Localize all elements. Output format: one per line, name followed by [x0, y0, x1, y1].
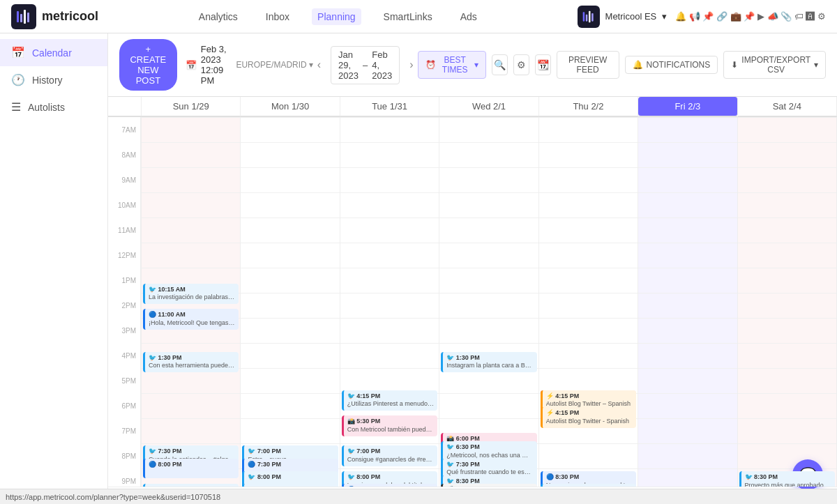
prev-week-button[interactable]: ‹ — [313, 57, 325, 72]
time-label: 5PM — [108, 368, 141, 393]
time-label: 10AM — [108, 192, 141, 217]
calendar-view-button[interactable]: 📆 — [535, 54, 551, 75]
sidebar-label-calendar: Calendar — [32, 47, 72, 59]
time-label: 9AM — [108, 167, 141, 192]
current-date: Feb 3, 2023 12:09 PM — [201, 44, 228, 86]
post-card[interactable]: 🔵 8:00 PM — [143, 459, 239, 478]
calendar-date-icon: 📅 — [186, 60, 197, 70]
date-display: 📅 Feb 3, 2023 12:09 PM — [186, 44, 228, 86]
day-header-wed: Wed 2/1 — [439, 97, 538, 116]
sidebar-item-autolists[interactable]: ☰ Autolists — [0, 93, 107, 121]
sidebar-label-history: History — [32, 75, 63, 86]
next-week-button[interactable]: › — [405, 57, 417, 72]
filter-button[interactable]: ⚙ — [513, 54, 529, 75]
nav-ads[interactable]: Ads — [455, 8, 483, 25]
history-icon: 🕐 — [11, 73, 25, 86]
post-card[interactable]: 🐦 1:30 PMInstagram la planta cara a BeRe… — [441, 352, 536, 372]
day-column-wed: 🐦 1:30 PMInstagram la planta cara a BeRe… — [439, 117, 538, 487]
sidebar-item-history[interactable]: 🕐 History — [0, 66, 107, 93]
day-column-mon: 🔵 7:00 PMEstra... nueva🐦 7:00 PMEstra...… — [241, 117, 340, 487]
svg-rect-4 — [582, 12, 585, 21]
account-chevron: ▾ — [662, 11, 667, 22]
timezone[interactable]: EUROPE/MADRID ▾ — [236, 60, 312, 70]
day-column-thu: 📸 4:00 PM¿Eres de música 🎶? Está claro e… — [539, 117, 638, 487]
post-card[interactable]: 🎵 9:00 PM¿Tienes una cuenta de TikTok co… — [441, 484, 536, 487]
main-content: + CREATE NEW POST 📅 Feb 3, 2023 12:09 PM… — [108, 33, 837, 504]
logo-icon — [11, 4, 36, 29]
toolbar-left: + CREATE NEW POST 📅 Feb 3, 2023 12:09 PM… — [119, 39, 313, 91]
post-card[interactable]: 🔵 11:00 AM¡Hola, Metricool! Que tengas m… — [143, 309, 239, 329]
time-column: 7AM8AM9AM10AM11AM12PM1PM2PM3PM4PM5PM6PM7… — [108, 117, 142, 487]
notifications-button[interactable]: 🔔 NOTIFICATIONS — [625, 56, 718, 74]
preview-feed-button[interactable]: PREVIEW FEED — [557, 51, 619, 79]
post-card[interactable]: 🐦 9:00 PM¡Te ha pasado? 😂😂 Tu plan de #c… — [541, 484, 636, 487]
post-card[interactable]: 🔵 9:00 PMLa primera palabra del título..… — [342, 484, 437, 487]
time-label: 7AM — [108, 117, 141, 142]
calendar-wrapper: Sun 1/29 Mon 1/30 Tue 1/31 Wed 2/1 Thu 2… — [108, 97, 837, 487]
sidebar-label-autolists: Autolists — [28, 102, 65, 113]
day-column-tue: 🐦 4:15 PM¿Utilizas Pinterest a menudo en… — [340, 117, 439, 487]
post-card[interactable]: 🐦 9:34 PM¿Tienes un calendario para plan… — [143, 484, 239, 487]
logo[interactable]: metricool — [11, 4, 98, 29]
nav-right: Metricool ES ▾ 🔔 📢 📌 🔗 💼 📌 ▶ 📣 📎 🏷 🅰 ⚙ — [578, 6, 826, 28]
date-range: Jan 29, 2023 – Feb 4, 2023 — [331, 46, 400, 84]
svg-rect-5 — [585, 14, 587, 21]
post-card[interactable]: 📸 5:30 PMCon Metricool también puedes co… — [342, 415, 437, 436]
day-header-sun: Sun 1/29 — [142, 97, 241, 116]
social-icons-nav: 🔔 📢 📌 🔗 💼 📌 ▶ 📣 📎 🏷 🅰 ⚙ — [675, 11, 826, 22]
nav-inbox[interactable]: Inbox — [260, 8, 295, 25]
time-label: 7PM — [108, 418, 141, 443]
best-times-icon: ⏰ — [425, 60, 436, 70]
nav-analytics[interactable]: Analytics — [193, 8, 243, 25]
day-header-thu: Thu 2/2 — [539, 97, 638, 116]
svg-rect-3 — [27, 13, 29, 22]
time-label: 2PM — [108, 293, 141, 318]
url-text: https://app.metricool.com/planner?type=w… — [6, 493, 220, 501]
planner-toolbar: + CREATE NEW POST 📅 Feb 3, 2023 12:09 PM… — [108, 33, 837, 97]
toolbar-right: ⏰ BEST TIMES ▾ 🔍 ⚙ 📆 PREVIEW FEED 🔔 NOTI… — [418, 51, 827, 79]
time-label: 3PM — [108, 318, 141, 343]
svg-rect-1 — [20, 14, 22, 22]
calendar-icon: 📅 — [11, 46, 25, 59]
post-card[interactable]: 🐦 4:15 PM¿Utilizas Pinterest a menudo en… — [342, 390, 437, 411]
day-header-tue: Tue 1/31 — [340, 97, 439, 116]
post-card[interactable]: 🐦 10:15 AMLa investigación de palabras c… — [143, 284, 239, 304]
post-card[interactable]: 🐦 7:00 PMConsigue #ganarcles de #redesso… — [342, 445, 437, 466]
post-card[interactable]: 🐦 1:30 PMCon esta herramienta puedes adm… — [143, 352, 239, 372]
nav-smartlinks[interactable]: SmartLinks — [378, 8, 438, 25]
time-label: 9PM — [108, 468, 141, 487]
post-card[interactable]: ⚡ 4:15 PMAutolist Blog Twitter - Spanish — [541, 407, 636, 427]
app-body: 📅 Calendar 🕐 History ☰ Autolists + CREAT… — [0, 33, 837, 504]
day-header-mon: Mon 1/30 — [241, 97, 340, 116]
day-column-fri — [638, 117, 737, 487]
url-bar: https://app.metricool.com/planner?type=w… — [0, 489, 837, 504]
svg-rect-2 — [24, 10, 26, 24]
day-column-sat: 🐦 8:30 PMProyecto más que aprobado y a p… — [738, 117, 837, 487]
sidebar-item-calendar[interactable]: 📅 Calendar — [0, 39, 107, 66]
toolbar-center: ‹ Jan 29, 2023 – Feb 4, 2023 › — [313, 46, 418, 84]
svg-rect-0 — [17, 11, 19, 22]
create-post-button[interactable]: + CREATE NEW POST — [119, 39, 177, 91]
range-start: Jan 29, 2023 — [338, 49, 359, 81]
top-nav: metricool Analytics Inbox Planning Smart… — [0, 0, 837, 33]
account-info[interactable]: Metricool ES ▾ — [578, 6, 668, 28]
bell-icon: 🔔 — [633, 60, 643, 70]
import-export-button[interactable]: ⬇ IMPORT/EXPORT CSV ▾ — [723, 51, 826, 79]
nav-planning[interactable]: Planning — [312, 8, 361, 25]
range-end: Feb 4, 2023 — [372, 49, 392, 81]
time-label: 11AM — [108, 217, 141, 243]
best-times-button[interactable]: ⏰ BEST TIMES ▾ — [418, 51, 486, 79]
import-icon: ⬇ — [731, 60, 738, 70]
svg-rect-6 — [589, 10, 591, 22]
logo-text: metricool — [42, 9, 98, 24]
time-label: 4PM — [108, 343, 141, 368]
sidebar: 📅 Calendar 🕐 History ☰ Autolists — [0, 33, 108, 504]
time-label: 6PM — [108, 393, 141, 418]
post-card[interactable]: 🐦 9:34 PMAquí tienes 54 ideas de conteni… — [242, 484, 338, 487]
search-button[interactable]: 🔍 — [492, 54, 508, 75]
day-column-sun: 🐦 10:15 AMLa investigación de palabras c… — [142, 117, 241, 487]
autolists-icon: ☰ — [11, 100, 21, 114]
time-label: 1PM — [108, 268, 141, 293]
time-label: 12PM — [108, 243, 141, 268]
post-card[interactable]: 🐦 8:30 PMProyecto más que aprobado y a p… — [739, 471, 835, 487]
